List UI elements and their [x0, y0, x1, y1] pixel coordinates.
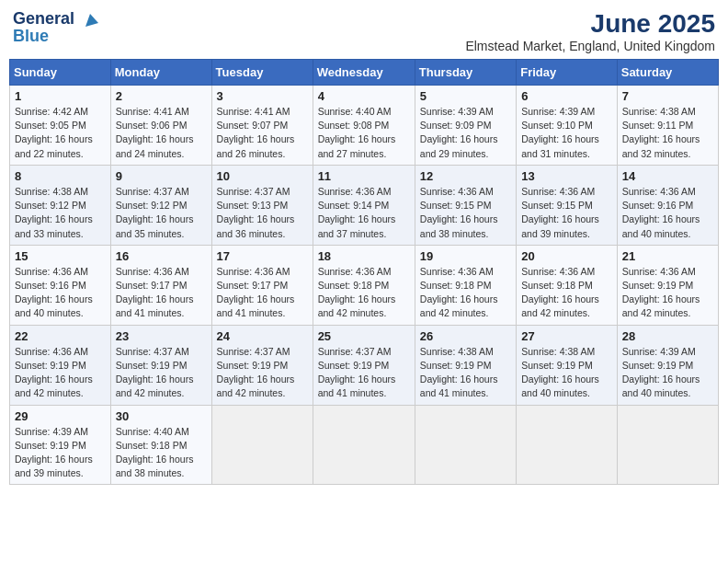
calendar-cell: 25Sunrise: 4:37 AMSunset: 9:19 PMDayligh…	[313, 325, 415, 405]
day-info: Sunrise: 4:39 AMSunset: 9:09 PMDaylight:…	[420, 105, 511, 161]
calendar-cell: 16Sunrise: 4:36 AMSunset: 9:17 PMDayligh…	[110, 245, 211, 325]
calendar-cell: 2Sunrise: 4:41 AMSunset: 9:06 PMDaylight…	[110, 86, 211, 166]
weekday-header-wednesday: Wednesday	[313, 60, 415, 86]
calendar-cell: 18Sunrise: 4:36 AMSunset: 9:18 PMDayligh…	[313, 245, 415, 325]
day-number: 30	[116, 409, 207, 423]
day-info: Sunrise: 4:36 AMSunset: 9:19 PMDaylight:…	[15, 345, 106, 401]
calendar-week-3: 15Sunrise: 4:36 AMSunset: 9:16 PMDayligh…	[10, 245, 719, 325]
day-number: 3	[217, 89, 308, 103]
calendar-week-5: 29Sunrise: 4:39 AMSunset: 9:19 PMDayligh…	[10, 405, 719, 485]
day-number: 17	[217, 249, 308, 263]
calendar-cell	[617, 405, 718, 485]
day-number: 19	[420, 249, 511, 263]
day-number: 13	[521, 169, 612, 183]
svg-marker-0	[85, 14, 98, 27]
day-info: Sunrise: 4:36 AMSunset: 9:14 PMDaylight:…	[318, 185, 410, 241]
calendar-cell: 12Sunrise: 4:36 AMSunset: 9:15 PMDayligh…	[415, 165, 516, 245]
weekday-header-friday: Friday	[517, 60, 618, 86]
calendar-cell: 8Sunrise: 4:38 AMSunset: 9:12 PMDaylight…	[10, 165, 111, 245]
day-info: Sunrise: 4:41 AMSunset: 9:06 PMDaylight:…	[116, 105, 207, 161]
day-number: 9	[116, 169, 207, 183]
calendar-cell: 10Sunrise: 4:37 AMSunset: 9:13 PMDayligh…	[211, 165, 313, 245]
calendar-cell	[211, 405, 313, 485]
day-info: Sunrise: 4:36 AMSunset: 9:18 PMDaylight:…	[318, 265, 410, 321]
calendar-cell: 21Sunrise: 4:36 AMSunset: 9:19 PMDayligh…	[617, 245, 718, 325]
day-number: 14	[622, 169, 713, 183]
day-number: 7	[622, 89, 713, 103]
weekday-header-sunday: Sunday	[10, 60, 111, 86]
calendar-cell: 13Sunrise: 4:36 AMSunset: 9:15 PMDayligh…	[517, 165, 618, 245]
main-title: June 2025	[465, 9, 715, 39]
day-info: Sunrise: 4:36 AMSunset: 9:19 PMDaylight:…	[622, 265, 713, 321]
weekday-header-row: SundayMondayTuesdayWednesdayThursdayFrid…	[10, 60, 719, 86]
day-number: 28	[622, 329, 713, 343]
day-info: Sunrise: 4:38 AMSunset: 9:12 PMDaylight:…	[15, 185, 106, 241]
page-header: General Blue June 2025 Elmstead Market, …	[9, 9, 719, 53]
calendar-cell: 30Sunrise: 4:40 AMSunset: 9:18 PMDayligh…	[110, 405, 211, 485]
calendar-week-1: 1Sunrise: 4:42 AMSunset: 9:05 PMDaylight…	[10, 86, 719, 166]
day-number: 25	[318, 329, 410, 343]
calendar-cell: 27Sunrise: 4:38 AMSunset: 9:19 PMDayligh…	[517, 325, 618, 405]
calendar-cell: 7Sunrise: 4:38 AMSunset: 9:11 PMDaylight…	[617, 86, 718, 166]
day-number: 26	[420, 329, 511, 343]
calendar-table: SundayMondayTuesdayWednesdayThursdayFrid…	[9, 59, 719, 485]
day-number: 12	[420, 169, 511, 183]
day-info: Sunrise: 4:37 AMSunset: 9:19 PMDaylight:…	[116, 345, 207, 401]
calendar-cell: 26Sunrise: 4:38 AMSunset: 9:19 PMDayligh…	[415, 325, 516, 405]
calendar-cell: 28Sunrise: 4:39 AMSunset: 9:19 PMDayligh…	[617, 325, 718, 405]
day-number: 1	[15, 89, 106, 103]
weekday-header-saturday: Saturday	[617, 60, 718, 86]
day-number: 23	[116, 329, 207, 343]
logo: General Blue	[13, 9, 101, 46]
day-info: Sunrise: 4:37 AMSunset: 9:12 PMDaylight:…	[116, 185, 207, 241]
day-info: Sunrise: 4:38 AMSunset: 9:19 PMDaylight:…	[420, 345, 511, 401]
day-info: Sunrise: 4:36 AMSunset: 9:15 PMDaylight:…	[521, 185, 612, 241]
calendar-cell: 6Sunrise: 4:39 AMSunset: 9:10 PMDaylight…	[517, 86, 618, 166]
calendar-cell: 1Sunrise: 4:42 AMSunset: 9:05 PMDaylight…	[10, 86, 111, 166]
day-number: 24	[217, 329, 308, 343]
logo-icon	[80, 10, 100, 30]
day-number: 11	[318, 169, 410, 183]
day-number: 6	[521, 89, 612, 103]
calendar-cell: 3Sunrise: 4:41 AMSunset: 9:07 PMDaylight…	[211, 86, 313, 166]
day-info: Sunrise: 4:38 AMSunset: 9:11 PMDaylight:…	[622, 105, 713, 161]
day-number: 27	[521, 329, 612, 343]
day-info: Sunrise: 4:37 AMSunset: 9:19 PMDaylight:…	[217, 345, 308, 401]
day-info: Sunrise: 4:41 AMSunset: 9:07 PMDaylight:…	[217, 105, 308, 161]
calendar-cell: 17Sunrise: 4:36 AMSunset: 9:17 PMDayligh…	[211, 245, 313, 325]
day-number: 15	[15, 249, 106, 263]
day-info: Sunrise: 4:38 AMSunset: 9:19 PMDaylight:…	[521, 345, 612, 401]
subtitle: Elmstead Market, England, United Kingdom	[465, 39, 715, 53]
day-info: Sunrise: 4:40 AMSunset: 9:18 PMDaylight:…	[116, 425, 207, 481]
day-number: 4	[318, 89, 410, 103]
day-number: 20	[521, 249, 612, 263]
weekday-header-monday: Monday	[110, 60, 211, 86]
calendar-cell: 20Sunrise: 4:36 AMSunset: 9:18 PMDayligh…	[517, 245, 618, 325]
calendar-cell: 15Sunrise: 4:36 AMSunset: 9:16 PMDayligh…	[10, 245, 111, 325]
calendar-cell	[517, 405, 618, 485]
day-info: Sunrise: 4:39 AMSunset: 9:19 PMDaylight:…	[622, 345, 713, 401]
day-number: 21	[622, 249, 713, 263]
calendar-week-2: 8Sunrise: 4:38 AMSunset: 9:12 PMDaylight…	[10, 165, 719, 245]
day-info: Sunrise: 4:36 AMSunset: 9:17 PMDaylight:…	[217, 265, 308, 321]
weekday-header-thursday: Thursday	[415, 60, 516, 86]
day-number: 2	[116, 89, 207, 103]
calendar-cell: 9Sunrise: 4:37 AMSunset: 9:12 PMDaylight…	[110, 165, 211, 245]
day-info: Sunrise: 4:36 AMSunset: 9:17 PMDaylight:…	[116, 265, 207, 321]
day-number: 8	[15, 169, 106, 183]
day-info: Sunrise: 4:40 AMSunset: 9:08 PMDaylight:…	[318, 105, 410, 161]
calendar-week-4: 22Sunrise: 4:36 AMSunset: 9:19 PMDayligh…	[10, 325, 719, 405]
calendar-cell: 22Sunrise: 4:36 AMSunset: 9:19 PMDayligh…	[10, 325, 111, 405]
calendar-cell: 23Sunrise: 4:37 AMSunset: 9:19 PMDayligh…	[110, 325, 211, 405]
day-number: 10	[217, 169, 308, 183]
day-info: Sunrise: 4:36 AMSunset: 9:18 PMDaylight:…	[420, 265, 511, 321]
calendar-cell	[313, 405, 415, 485]
day-info: Sunrise: 4:36 AMSunset: 9:18 PMDaylight:…	[521, 265, 612, 321]
weekday-header-tuesday: Tuesday	[211, 60, 313, 86]
day-info: Sunrise: 4:37 AMSunset: 9:13 PMDaylight:…	[217, 185, 308, 241]
calendar-cell: 29Sunrise: 4:39 AMSunset: 9:19 PMDayligh…	[10, 405, 111, 485]
day-info: Sunrise: 4:39 AMSunset: 9:10 PMDaylight:…	[521, 105, 612, 161]
day-number: 16	[116, 249, 207, 263]
day-info: Sunrise: 4:36 AMSunset: 9:15 PMDaylight:…	[420, 185, 511, 241]
day-info: Sunrise: 4:36 AMSunset: 9:16 PMDaylight:…	[622, 185, 713, 241]
